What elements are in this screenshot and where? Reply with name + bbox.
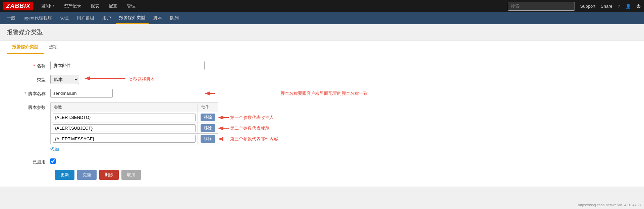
type-select[interactable]: 脚本 电子邮件 SMS Jabber	[50, 75, 79, 84]
param-row-1: 移除 第一个参数代表收件人	[51, 112, 218, 123]
remove-button-3[interactable]: 移除	[201, 135, 215, 143]
subnav-auth[interactable]: 认证	[57, 12, 72, 24]
script-name-row: * 脚本名称 脚本名称要跟客户端里面配置的脚本名称一致	[10, 89, 634, 98]
name-required-star: *	[33, 63, 35, 68]
clone-button[interactable]: 克隆	[77, 170, 97, 180]
remove-button-2[interactable]: 移除	[201, 124, 215, 132]
params-table: 参数 动作 移除	[50, 102, 218, 144]
script-name-input[interactable]	[50, 89, 113, 98]
update-button[interactable]: 更新	[55, 170, 74, 180]
logout-icon[interactable]: ⏻	[636, 4, 641, 9]
script-name-callout: 脚本名称要跟客户端里面配置的脚本名称一致	[280, 90, 368, 96]
type-callout: 类型选择脚本	[129, 76, 155, 82]
nav-monitor[interactable]: 监测中	[40, 0, 56, 12]
script-name-arrow	[205, 89, 215, 99]
param-row-2: 移除 第二个参数代表标题	[51, 123, 218, 134]
page-title: 报警媒介类型	[7, 28, 637, 36]
param2-callout: 第二个参数代表标题	[230, 125, 269, 131]
type-row: 类型 脚本 电子邮件 SMS Jabber 类型选择脚本	[10, 75, 634, 84]
param-input-2[interactable]	[53, 124, 196, 132]
enabled-row: 已启用	[10, 157, 634, 165]
enabled-label: 已启用	[10, 157, 50, 165]
nav-config[interactable]: 配置	[107, 0, 119, 12]
page-header: 报警媒介类型	[0, 24, 644, 41]
share-link[interactable]: Share	[601, 4, 612, 9]
nav-reports[interactable]: 报表	[89, 0, 101, 12]
script-params-row: 脚本参数 参数 动作 移除	[10, 102, 634, 152]
add-param-link[interactable]: 添加	[50, 146, 59, 152]
enabled-checkbox[interactable]	[50, 158, 56, 164]
cancel-button[interactable]: 取消	[121, 170, 141, 180]
top-nav-right: Support Share ? 👤 ⏻	[508, 2, 641, 11]
type-label: 类型	[10, 75, 50, 83]
action-buttons: 更新 克隆 删除 取消	[10, 170, 634, 180]
subnav-general[interactable]: 一般	[3, 12, 19, 24]
subnav-queue[interactable]: 队列	[167, 12, 182, 24]
param2-arrow	[219, 125, 229, 132]
logo: ZABBIX	[3, 2, 33, 10]
subnav-mediatype[interactable]: 报警媒介类型	[116, 12, 149, 24]
delete-button[interactable]: 删除	[99, 170, 119, 180]
support-link[interactable]: Support	[580, 4, 596, 9]
user-icon[interactable]: 👤	[626, 4, 631, 9]
params-container: 参数 动作 移除	[50, 102, 218, 152]
param1-callout: 第一个参数代表收件人	[230, 115, 274, 121]
sub-nav: 一般 agent代理程序 认证 用户群组 用户 报警媒介类型 脚本 队列	[0, 12, 644, 24]
script-name-required-star: *	[24, 91, 26, 96]
subnav-agent[interactable]: agent代理程序	[20, 12, 55, 24]
subnav-users[interactable]: 用户	[99, 12, 114, 24]
param3-arrow	[219, 136, 229, 142]
help-icon[interactable]: ?	[618, 4, 620, 9]
tab-mediatype[interactable]: 报警媒介类型	[7, 41, 44, 54]
content-area: * 名称 类型 脚本 电子邮件 SMS Jabber 类型选择脚本	[0, 54, 644, 187]
param-input-3[interactable]	[53, 135, 196, 143]
type-controls: 脚本 电子邮件 SMS Jabber 类型选择脚本	[50, 75, 155, 84]
remove-button-1[interactable]: 移除	[201, 114, 215, 121]
type-arrow	[85, 74, 129, 84]
tabs: 报警媒介类型 选项	[0, 41, 644, 54]
nav-admin[interactable]: 管理	[125, 0, 137, 12]
params-col-action: 动作	[198, 103, 218, 112]
script-name-label: * 脚本名称	[10, 89, 50, 97]
param-input-1[interactable]	[53, 114, 196, 121]
param1-arrow	[219, 114, 229, 121]
name-input[interactable]	[50, 61, 205, 70]
name-row: * 名称	[10, 61, 634, 70]
script-params-label: 脚本参数	[10, 102, 50, 111]
search-input[interactable]	[508, 2, 575, 11]
param-row-3: 移除 第三个参数代表邮件内容	[51, 134, 218, 144]
tab-options[interactable]: 选项	[44, 41, 63, 54]
subnav-usergroup[interactable]: 用户群组	[73, 12, 98, 24]
params-col-param: 参数	[51, 103, 198, 112]
subnav-scripts[interactable]: 脚本	[150, 12, 165, 24]
nav-assets[interactable]: 资产记录	[62, 0, 83, 12]
name-label: * 名称	[10, 61, 50, 69]
top-nav: ZABBIX 监测中 资产记录 报表 配置 管理 Support Share ?…	[0, 0, 644, 12]
param3-callout: 第三个参数代表邮件内容	[230, 136, 278, 142]
